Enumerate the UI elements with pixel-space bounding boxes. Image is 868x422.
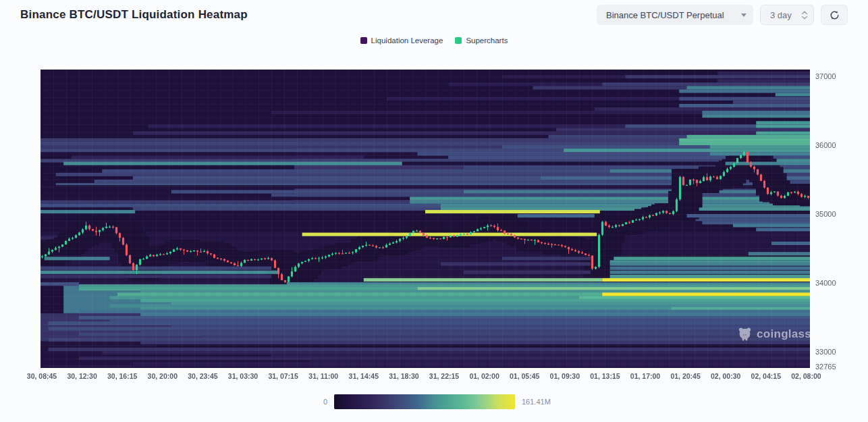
time-tick-label: 30, 20:00 (148, 372, 178, 380)
time-tick-label: 30, 16:15 (107, 372, 137, 380)
time-tick-label: 31, 22:15 (429, 372, 459, 380)
time-tick-label: 02, 08:00 (791, 372, 821, 380)
price-tick-label: 37000 (815, 72, 836, 80)
price-tick-label: 35000 (815, 210, 836, 218)
time-tick-label: 01, 17:00 (630, 372, 660, 380)
price-tick-label: 34000 (815, 279, 836, 287)
heatmap-chart-canvas[interactable] (0, 0, 868, 392)
time-tick-label: 01, 09:30 (550, 372, 580, 380)
liquidation-heatmap-page: Binance BTC/USDT Liquidation Heatmap Bin… (0, 0, 868, 422)
colorbar: 0 161.41M (0, 394, 868, 412)
colorbar-min-label: 0 (323, 398, 327, 406)
time-tick-label: 01, 05:45 (510, 372, 539, 380)
colorbar-gradient (334, 394, 515, 409)
price-tick-label: 33000 (815, 348, 836, 356)
time-tick-label: 30, 12:30 (67, 372, 97, 380)
price-tick-label: 32765 (815, 363, 836, 371)
time-tick-label: 01, 13:15 (590, 372, 620, 380)
time-tick-label: 31, 14:45 (349, 372, 379, 380)
colorbar-max-label: 161.41M (522, 398, 551, 406)
time-tick-label: 30, 08:45 (27, 372, 57, 380)
time-tick-label: 02, 00:30 (711, 372, 740, 380)
time-tick-label: 31, 07:15 (268, 372, 298, 380)
time-tick-label: 31, 11:00 (308, 372, 338, 380)
time-tick-label: 30, 23:45 (188, 372, 217, 380)
time-tick-label: 31, 18:30 (389, 372, 418, 380)
time-tick-label: 01, 02:00 (469, 372, 499, 380)
time-tick-label: 01, 20:45 (670, 372, 700, 380)
time-tick-label: 02, 04:15 (751, 372, 781, 380)
time-tick-label: 31, 03:30 (228, 372, 258, 380)
price-tick-label: 36000 (815, 141, 836, 149)
